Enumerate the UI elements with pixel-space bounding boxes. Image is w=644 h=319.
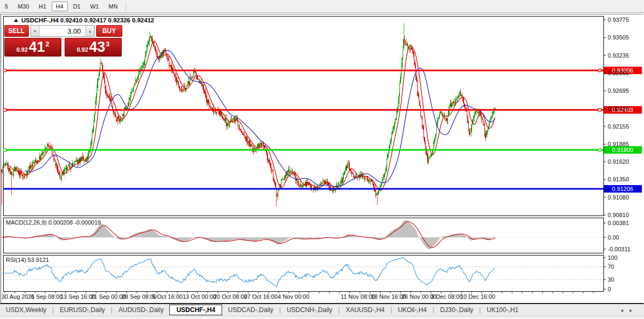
- candle-body: [118, 116, 119, 119]
- candle-body: [340, 183, 341, 185]
- candle-body: [325, 181, 326, 184]
- candle-body: [206, 94, 207, 95]
- rsi-label: RSI(14) 53.9121: [6, 257, 49, 263]
- candle-body: [23, 176, 24, 177]
- candle-body: [390, 143, 391, 145]
- tab-usdcnh-daily[interactable]: USDCNH-,Daily: [281, 305, 338, 315]
- hline-handle[interactable]: [599, 69, 601, 72]
- candle-body: [92, 129, 93, 133]
- candle-body: [35, 160, 36, 162]
- tab-usdchf-h4[interactable]: USDCHF-,H4: [169, 305, 222, 315]
- candle-body: [241, 130, 242, 131]
- hline-handle[interactable]: [4, 149, 6, 151]
- candle-body: [19, 171, 20, 176]
- price-axis-label: 0.92155: [608, 123, 629, 130]
- tab-audusd-daily[interactable]: AUDUSD-,Daily: [113, 305, 170, 315]
- tab-dj30-daily[interactable]: DJ30-,Daily: [434, 305, 479, 315]
- candle-body: [453, 101, 454, 103]
- candle-body: [166, 52, 167, 55]
- candle-body: [82, 156, 83, 157]
- candle-body: [49, 147, 50, 147]
- hline-handle[interactable]: [4, 69, 6, 72]
- candle-body: [302, 185, 303, 187]
- buy-button[interactable]: BUY: [96, 25, 122, 37]
- tab-uk100-h1[interactable]: UK100-,H1: [481, 305, 524, 315]
- candle-body: [291, 171, 292, 172]
- candle-body: [438, 119, 439, 121]
- candle-body: [442, 114, 443, 116]
- candle-body: [41, 155, 42, 160]
- candle-body: [395, 120, 396, 125]
- candle-body: [208, 100, 209, 103]
- timeframe-button-d1[interactable]: D1: [69, 2, 85, 11]
- rsi-axis-label: 0: [608, 286, 611, 292]
- tab-eurusd-daily[interactable]: EURUSD-,Daily: [54, 305, 111, 315]
- candle-body: [485, 133, 486, 138]
- candle-body: [10, 171, 11, 172]
- tab-ukoil-h4[interactable]: UKOil-,H4: [392, 305, 433, 315]
- tab-scroll-arrows[interactable]: ◂▸: [621, 307, 639, 313]
- hline-handle[interactable]: [4, 109, 6, 111]
- candle-body: [406, 44, 407, 45]
- timeframe-button-h4[interactable]: H4: [52, 2, 68, 11]
- candle-body: [191, 77, 192, 77]
- candle-body: [33, 163, 34, 166]
- hline-handle[interactable]: [599, 149, 601, 151]
- candle-body: [302, 186, 303, 187]
- timeframe-button-m30[interactable]: M30: [13, 2, 33, 11]
- candle-body: [419, 97, 420, 102]
- price-axis-label: 0.91350: [608, 176, 629, 182]
- candle-body: [225, 118, 226, 119]
- hline-handle[interactable]: [599, 109, 601, 111]
- candle-body: [201, 83, 202, 86]
- tab-xauusd-h4[interactable]: XAUUSD-,H4: [340, 305, 390, 315]
- sell-price-display[interactable]: 0.92412: [4, 38, 61, 57]
- candle-body: [295, 176, 296, 181]
- timeframe-button-w1[interactable]: W1: [86, 2, 104, 11]
- candle-body: [446, 118, 447, 118]
- timeframe-button-mn[interactable]: MN: [104, 2, 122, 11]
- candle-body: [228, 123, 229, 124]
- volume-increase-icon[interactable]: ▲: [85, 26, 94, 36]
- candle-body: [20, 172, 21, 176]
- candle-body: [64, 170, 65, 174]
- candle-body: [148, 39, 150, 44]
- time-axis-label: 3 Dec 08:00: [431, 293, 462, 300]
- candle-body: [233, 117, 234, 119]
- candle-body: [7, 163, 9, 170]
- macd-axis-label: 0.00: [608, 234, 619, 241]
- candle-body: [488, 129, 489, 131]
- candle-body: [473, 118, 474, 119]
- volume-input[interactable]: [40, 26, 85, 36]
- sell-button[interactable]: SELL: [4, 25, 29, 37]
- candle-body: [112, 106, 113, 107]
- time-axis-label: 18 Nov 16:00: [371, 293, 406, 300]
- candle-body: [373, 184, 374, 186]
- candle-body: [266, 151, 268, 154]
- candle-body: [361, 173, 362, 174]
- rsi-axis-label: 100: [608, 254, 617, 261]
- candle-body: [202, 85, 203, 85]
- volume-decrease-icon[interactable]: ▼: [31, 26, 40, 36]
- time-axis-label: 13 Oct 00:00: [183, 293, 216, 300]
- timeframe-button-h1[interactable]: H1: [35, 2, 51, 11]
- timeframe-button-5[interactable]: 5: [1, 2, 12, 11]
- candle-body: [95, 103, 96, 115]
- candle-body: [390, 139, 391, 143]
- candle-body: [468, 123, 469, 130]
- candle-body: [94, 115, 95, 121]
- candle-body: [249, 141, 250, 147]
- tab-usdx-weekly[interactable]: USDX,Weekly: [0, 305, 52, 315]
- candle-body: [114, 114, 115, 115]
- candle-body: [6, 164, 7, 165]
- candle-body: [148, 44, 149, 45]
- candle-body: [450, 103, 451, 106]
- candle-body: [398, 103, 399, 108]
- candle-body: [374, 186, 375, 187]
- tab-usdcad-daily[interactable]: USDCAD-,Daily: [222, 305, 279, 315]
- candle-body: [187, 85, 188, 85]
- candle-body: [443, 116, 444, 116]
- candle-body: [20, 172, 21, 174]
- candle-body: [247, 142, 248, 142]
- buy-price-display[interactable]: 0.92433: [65, 38, 122, 57]
